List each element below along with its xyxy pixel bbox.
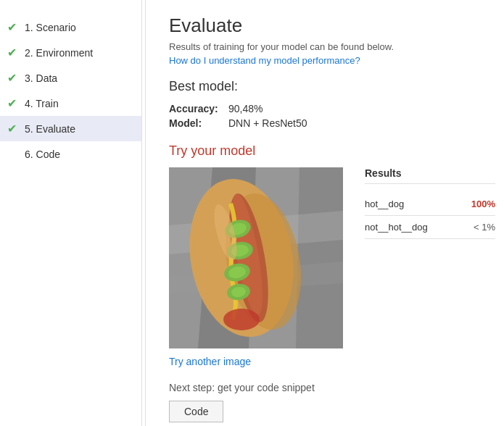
page-title: Evaluate <box>169 14 484 37</box>
result-value-not-hotdog: < 1% <box>474 222 495 233</box>
sidebar-item-scenario[interactable]: ✔ 1. Scenario <box>0 14 141 40</box>
check-icon-train: ✔ <box>7 96 19 110</box>
results-column: Results hot__dog 100% not__hot__dog < 1% <box>365 167 495 239</box>
sidebar-divider <box>145 0 146 426</box>
main-content: Evaluate Results of training for your mo… <box>149 0 504 426</box>
accuracy-label: Accuracy: <box>169 103 220 114</box>
result-value-hotdog: 100% <box>471 199 495 209</box>
next-step-text: Next step: get your code snippet <box>169 382 484 393</box>
sidebar-label-train: 4. Train <box>25 98 59 109</box>
sidebar-label-evaluate: 5. Evaluate <box>25 123 75 135</box>
try-model-content: Try another image Results hot__dog 100% … <box>169 167 484 367</box>
model-value: DNN + ResNet50 <box>228 117 307 129</box>
result-row-not-hotdog: not__hot__dog < 1% <box>365 216 495 239</box>
result-label-hotdog: hot__dog <box>365 199 404 209</box>
accuracy-value: 90,48% <box>228 103 263 114</box>
sidebar-item-data[interactable]: ✔ 3. Data <box>0 65 141 91</box>
subtitle-text: Results of training for your model can b… <box>169 41 484 52</box>
model-row: Model: DNN + ResNet50 <box>169 117 484 129</box>
check-icon-scenario: ✔ <box>7 20 19 34</box>
results-title: Results <box>365 167 495 184</box>
sidebar-label-code: 6. Code <box>25 149 60 160</box>
sidebar-item-code[interactable]: ✔ 6. Code <box>0 141 141 167</box>
check-icon-evaluate: ✔ <box>7 122 19 135</box>
sidebar-label-data: 3. Data <box>25 72 57 84</box>
sidebar-label-environment: 2. Environment <box>25 47 93 59</box>
sidebar-label-scenario: 1. Scenario <box>25 22 76 33</box>
sidebar-item-environment[interactable]: ✔ 2. Environment <box>0 40 141 65</box>
result-row-hotdog: hot__dog 100% <box>365 193 495 216</box>
hotdog-image-container <box>169 167 343 348</box>
sidebar: ✔ 1. Scenario ✔ 2. Environment ✔ 3. Data… <box>0 0 142 426</box>
check-icon-environment: ✔ <box>7 46 19 59</box>
result-label-not-hotdog: not__hot__dog <box>365 222 428 233</box>
code-button[interactable]: Code <box>169 401 223 422</box>
next-step-section: Next step: get your code snippet Code <box>169 382 484 422</box>
svg-point-19 <box>223 309 260 330</box>
best-model-section: Best model: Accuracy: 90,48% Model: DNN … <box>169 79 484 129</box>
try-another-image-link[interactable]: Try another image <box>169 356 251 367</box>
sidebar-item-evaluate[interactable]: ✔ 5. Evaluate <box>0 116 141 141</box>
best-model-title: Best model: <box>169 79 484 94</box>
try-model-title: Try your model <box>169 143 484 159</box>
svg-marker-4 <box>296 167 343 348</box>
image-column: Try another image <box>169 167 343 367</box>
hotdog-svg <box>169 167 343 348</box>
check-icon-data: ✔ <box>7 71 19 85</box>
sidebar-item-train[interactable]: ✔ 4. Train <box>0 91 141 116</box>
accuracy-row: Accuracy: 90,48% <box>169 103 484 114</box>
model-label: Model: <box>169 117 220 129</box>
try-model-section: Try your model <box>169 143 484 367</box>
help-link[interactable]: How do I understand my model performance… <box>169 55 484 66</box>
